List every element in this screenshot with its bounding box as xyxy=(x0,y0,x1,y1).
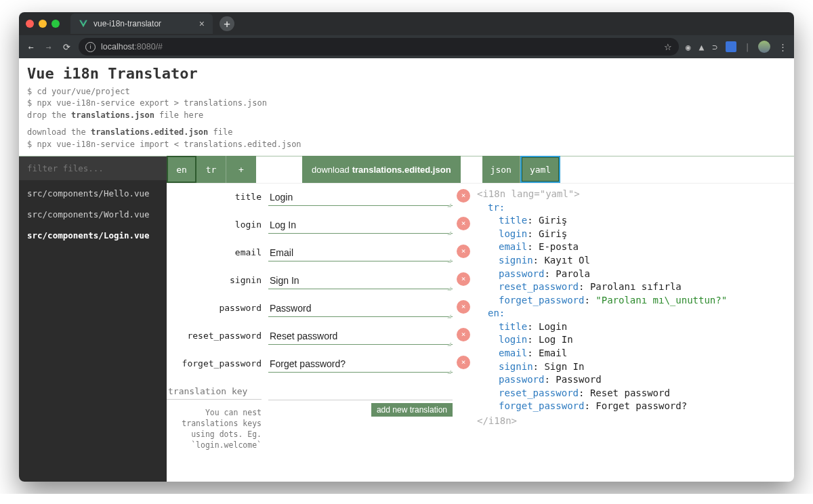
app-header: Vue i18n Translator $ cd your/vue/projec… xyxy=(19,58,794,156)
maximize-window-icon[interactable] xyxy=(51,20,60,28)
delete-translation-button[interactable]: × xyxy=(457,300,470,314)
reload-icon[interactable]: ⟳ xyxy=(61,42,72,52)
translation-value-input[interactable] xyxy=(268,245,453,261)
extension-icons: ◉ ▲ ⊃ | ⋮ xyxy=(686,41,787,53)
bookmark-icon[interactable]: ☆ xyxy=(664,42,672,52)
browser-tab[interactable]: vue-i18n-translator × xyxy=(70,14,213,34)
download-button[interactable]: download translations.edited.json xyxy=(302,156,461,183)
lang-tab-tr[interactable]: tr xyxy=(196,156,226,183)
delete-translation-button[interactable]: × xyxy=(457,272,470,286)
window-controls xyxy=(26,20,60,28)
delete-translation-button[interactable]: × xyxy=(457,189,470,203)
ext-icon[interactable]: ▲ xyxy=(699,42,705,52)
close-window-icon[interactable] xyxy=(26,20,34,28)
add-translation-button[interactable]: add new translation xyxy=(371,403,453,417)
address-bar[interactable]: i localhost:8080/# ☆ xyxy=(79,38,679,56)
site-info-icon[interactable]: i xyxy=(85,42,96,52)
translation-form: title×login×email×signin×password×reset_… xyxy=(167,184,465,482)
browser-window: vue-i18n-translator × + ← → ⟳ i localhos… xyxy=(19,12,794,482)
sidebar-file-item[interactable]: src/components/Login.vue xyxy=(19,225,167,246)
editor: title×login×email×signin×password×reset_… xyxy=(167,184,794,482)
sidebar: src/components/Hello.vuesrc/components/W… xyxy=(19,156,167,482)
url-path: /# xyxy=(156,42,163,51)
translation-value-input[interactable] xyxy=(268,217,453,234)
translation-key: forget_password xyxy=(167,356,268,369)
url-host: localhost xyxy=(101,42,134,51)
translation-value-input[interactable] xyxy=(268,189,453,206)
translation-row: email× xyxy=(167,245,465,261)
translation-row: title× xyxy=(167,189,465,206)
translation-value-input[interactable] xyxy=(268,356,453,373)
resize-handle-icon[interactable] xyxy=(447,287,451,291)
translation-key: signin xyxy=(167,272,268,285)
new-value-input[interactable] xyxy=(268,383,453,400)
translation-key: password xyxy=(167,300,268,313)
lang-tab-en[interactable]: en xyxy=(167,156,196,183)
new-tab-button[interactable]: + xyxy=(220,16,234,31)
vue-logo-icon xyxy=(79,19,88,28)
lang-tabs: entr+ xyxy=(167,156,256,183)
toolbar: entr+ download translations.edited.json … xyxy=(167,156,794,184)
translation-key: title xyxy=(167,189,268,202)
translation-row: reset_password× xyxy=(167,328,465,345)
translation-value-input[interactable] xyxy=(268,272,453,289)
nesting-hint: You can nesttranslations keysusing dots.… xyxy=(167,403,268,450)
resize-handle-icon[interactable] xyxy=(447,314,451,318)
browser-chrome: vue-i18n-translator × + ← → ⟳ i localhos… xyxy=(19,12,794,58)
resize-handle-icon[interactable] xyxy=(447,342,451,346)
translation-value-input[interactable] xyxy=(268,328,453,345)
filter-files-input[interactable] xyxy=(19,156,167,180)
profile-avatar[interactable] xyxy=(758,41,770,53)
back-icon[interactable]: ← xyxy=(26,42,37,52)
tab-bar: vue-i18n-translator × + xyxy=(19,12,794,35)
delete-translation-button[interactable]: × xyxy=(457,245,470,258)
yaml-close-tag: </i18n> xyxy=(477,415,789,428)
usage-export: $ cd your/vue/project $ npx vue-i18n-ser… xyxy=(27,86,786,121)
address-row: ← → ⟳ i localhost:8080/# ☆ ◉ ▲ ⊃ | ⋮ xyxy=(19,35,794,58)
file-list: src/components/Hello.vuesrc/components/W… xyxy=(19,180,167,249)
translation-row: password× xyxy=(167,300,465,317)
translation-row: login× xyxy=(167,217,465,234)
translation-row: signin× xyxy=(167,272,465,289)
resize-handle-icon[interactable] xyxy=(447,370,451,374)
resize-handle-icon[interactable] xyxy=(447,203,451,207)
ext-icon[interactable]: ⊃ xyxy=(712,42,717,52)
yaml-preview: <i18n lang="yaml">tr:title: Girişlogin: … xyxy=(465,184,794,482)
translation-key: reset_password xyxy=(167,328,268,341)
usage-import: download the translations.edited.json fi… xyxy=(27,127,786,150)
format-tab-yaml[interactable]: yaml xyxy=(520,156,560,183)
page-title: Vue i18n Translator xyxy=(27,65,786,82)
format-tab-json[interactable]: json xyxy=(482,156,520,183)
close-tab-icon[interactable]: × xyxy=(199,19,205,28)
format-tabs: jsonyaml xyxy=(482,156,561,183)
url-port: :8080 xyxy=(134,42,155,51)
forward-icon[interactable]: → xyxy=(43,42,54,52)
main: src/components/Hello.vuesrc/components/W… xyxy=(19,156,794,482)
translation-value-input[interactable] xyxy=(268,300,453,317)
ext-icon[interactable]: ◉ xyxy=(686,42,691,52)
sidebar-file-item[interactable]: src/components/Hello.vue xyxy=(19,183,167,204)
ext-icon[interactable] xyxy=(726,41,736,52)
resize-handle-icon[interactable] xyxy=(447,231,451,235)
minimize-window-icon[interactable] xyxy=(39,20,47,28)
new-key-input[interactable] xyxy=(167,383,262,400)
content: entr+ download translations.edited.json … xyxy=(167,156,794,482)
add-lang-button[interactable]: + xyxy=(226,156,256,183)
sidebar-file-item[interactable]: src/components/World.vue xyxy=(19,204,167,225)
translation-key: email xyxy=(167,245,268,257)
translation-key: login xyxy=(167,217,268,230)
delete-translation-button[interactable]: × xyxy=(457,328,470,341)
yaml-open-tag: <i18n lang="yaml"> xyxy=(477,188,789,201)
resize-handle-icon[interactable] xyxy=(447,259,451,263)
new-translation-row xyxy=(167,383,465,400)
translation-row: forget_password× xyxy=(167,356,465,373)
menu-icon[interactable]: ⋮ xyxy=(778,42,787,52)
delete-translation-button[interactable]: × xyxy=(457,217,470,230)
tab-title: vue-i18n-translator xyxy=(93,19,161,28)
delete-translation-button[interactable]: × xyxy=(457,356,470,369)
